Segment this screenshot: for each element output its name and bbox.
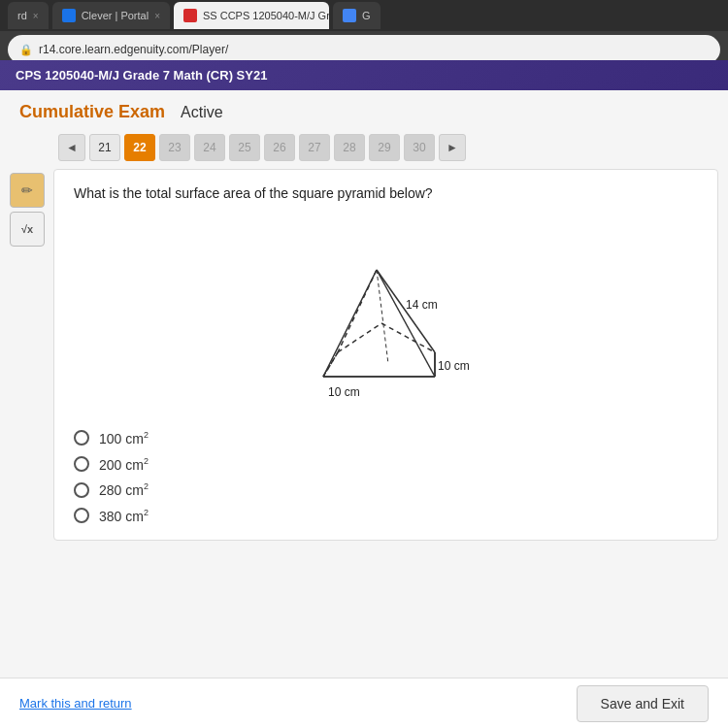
pencil-tool[interactable]: ✏ xyxy=(10,173,45,208)
question-22[interactable]: 22 xyxy=(124,134,155,161)
pyramid-svg: 14 cm 10 cm 10 cm xyxy=(280,216,493,411)
lock-icon: 🔒 xyxy=(19,44,33,56)
radio-b[interactable] xyxy=(74,456,89,472)
radio-a[interactable] xyxy=(74,430,89,446)
radio-d[interactable] xyxy=(74,508,89,523)
question-25[interactable]: 25 xyxy=(229,134,260,161)
exam-header: Cumulative Exam Active xyxy=(0,90,728,130)
footer: Mark this and return Save and Exit xyxy=(0,678,728,728)
question-23[interactable]: 23 xyxy=(159,134,190,161)
answer-option-b[interactable]: 200 cm2 xyxy=(74,456,698,473)
answer-a-text: 100 cm2 xyxy=(99,430,149,447)
tab-3[interactable]: SS CCPS 1205040-M/J Grade 7 M × xyxy=(174,2,329,29)
answer-option-a[interactable]: 100 cm2 xyxy=(74,430,698,447)
answer-option-c[interactable]: 280 cm2 xyxy=(74,481,698,498)
answer-b-text: 200 cm2 xyxy=(99,456,149,473)
address-text: r14.core.learn.edgenuity.com/Player/ xyxy=(39,43,228,56)
tab-2-close[interactable]: × xyxy=(154,11,160,21)
tab-2-label: Clever | Portal xyxy=(82,10,149,21)
tab-2[interactable]: Clever | Portal × xyxy=(52,2,170,29)
browser-chrome: rd × Clever | Portal × SS CCPS 1205040-M… xyxy=(0,0,728,60)
svg-line-0 xyxy=(338,323,381,352)
tab-4[interactable]: G xyxy=(333,2,381,29)
question-text: What is the total surface area of the sq… xyxy=(74,185,698,201)
question-27[interactable]: 27 xyxy=(299,134,330,161)
question-24[interactable]: 24 xyxy=(194,134,225,161)
edgenuity-icon xyxy=(183,9,197,22)
save-exit-button[interactable]: Save and Exit xyxy=(577,685,709,722)
clever-icon xyxy=(62,9,76,22)
question-26[interactable]: 26 xyxy=(264,134,295,161)
prev-button[interactable]: ◄ xyxy=(58,134,85,161)
tab-3-label: SS CCPS 1205040-M/J Grade 7 M xyxy=(203,10,329,21)
app-header: CPS 1205040-M/J Grade 7 Math (CR) SY21 xyxy=(0,60,728,90)
label-10cm-bottom: 10 cm xyxy=(328,385,360,399)
question-30[interactable]: 30 xyxy=(404,134,435,161)
main-content: Cumulative Exam Active ◄ 21 22 23 24 25 … xyxy=(0,90,728,723)
answer-d-text: 380 cm2 xyxy=(99,508,149,524)
pyramid-diagram: 14 cm 10 cm 10 cm xyxy=(74,216,698,411)
app-title: CPS 1205040-M/J Grade 7 Math (CR) SY21 xyxy=(16,68,267,83)
answer-c-text: 280 cm2 xyxy=(99,481,149,498)
label-10cm-right: 10 cm xyxy=(438,359,470,373)
question-21[interactable]: 21 xyxy=(89,134,120,161)
math-tool[interactable]: √x xyxy=(10,212,45,247)
label-14cm: 14 cm xyxy=(406,298,438,312)
math-icon: √x xyxy=(21,223,33,235)
tab-1[interactable]: rd × xyxy=(8,2,49,29)
answer-options: 100 cm2 200 cm2 280 cm2 380 cm2 xyxy=(74,430,698,524)
tab-4-label: G xyxy=(362,10,371,21)
question-29[interactable]: 29 xyxy=(369,134,400,161)
content-area: ✏ √x What is the total surface area of t… xyxy=(0,169,728,541)
tab-1-close[interactable]: × xyxy=(33,11,39,21)
pencil-icon: ✏ xyxy=(21,182,33,198)
tab-1-label: rd xyxy=(17,10,27,21)
mark-return-link[interactable]: Mark this and return xyxy=(19,696,132,711)
google-icon xyxy=(343,9,356,22)
question-28[interactable]: 28 xyxy=(334,134,365,161)
tool-sidebar: ✏ √x xyxy=(10,169,53,541)
exam-title: Cumulative Exam xyxy=(19,102,165,122)
question-area: What is the total surface area of the sq… xyxy=(53,169,718,541)
tab-bar: rd × Clever | Portal × SS CCPS 1205040-M… xyxy=(0,0,728,31)
radio-c[interactable] xyxy=(74,482,89,498)
svg-line-9 xyxy=(377,270,435,377)
next-button[interactable]: ► xyxy=(439,134,466,161)
exam-status: Active xyxy=(181,104,223,121)
answer-option-d[interactable]: 380 cm2 xyxy=(74,508,698,524)
question-nav: ◄ 21 22 23 24 25 26 27 28 29 30 ► xyxy=(0,130,728,169)
